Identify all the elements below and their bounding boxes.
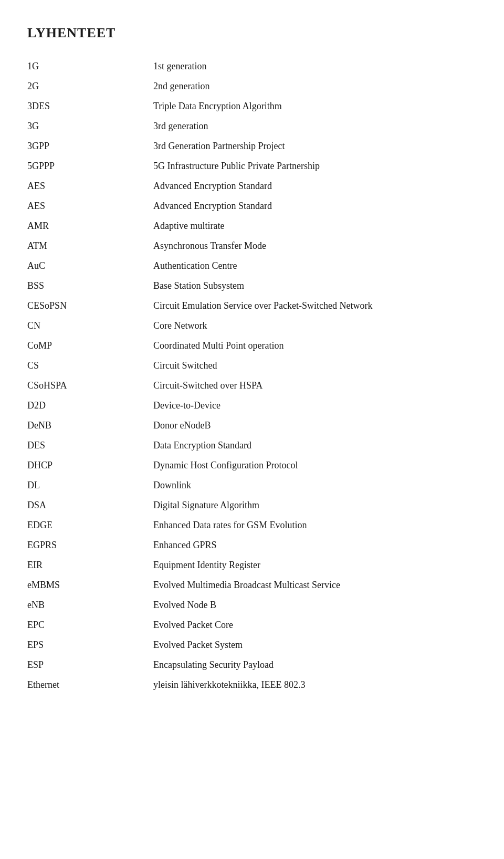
abbreviation-key: Ethernet	[27, 679, 153, 690]
table-row: 3GPP3rd Generation Partnership Project	[27, 140, 477, 160]
abbreviation-value: 2nd generation	[153, 81, 209, 92]
table-row: eNBEvolved Node B	[27, 599, 477, 619]
abbreviation-key: CESoPSN	[27, 300, 153, 311]
abbreviation-value: Coordinated Multi Point operation	[153, 340, 284, 351]
table-row: 1G1st generation	[27, 60, 477, 80]
table-row: ATMAsynchronous Transfer Mode	[27, 239, 477, 259]
abbreviation-value: Enhanced GPRS	[153, 540, 217, 551]
abbreviation-value: Advanced Encryption Standard	[153, 181, 272, 192]
abbreviation-value: Advanced Encryption Standard	[153, 201, 272, 212]
table-row: EPSEvolved Packet System	[27, 638, 477, 658]
table-row: Ethernetyleisin lähiverkkotekniikka, IEE…	[27, 678, 477, 698]
abbreviation-value: Circuit-Switched over HSPA	[153, 380, 262, 391]
abbreviation-value: 3rd Generation Partnership Project	[153, 141, 285, 152]
abbreviation-value: 5G Infrastructure Public Private Partner…	[153, 161, 320, 172]
abbreviation-key: EIR	[27, 560, 153, 571]
table-row: ESPEncapsulating Security Payload	[27, 658, 477, 678]
abbreviation-value: Evolved Packet Core	[153, 620, 233, 631]
abbreviation-key: DeNB	[27, 420, 153, 431]
table-row: AESAdvanced Encryption Standard	[27, 200, 477, 219]
abbreviation-value: Downlink	[153, 480, 191, 491]
abbreviation-key: EDGE	[27, 520, 153, 531]
table-row: DeNBDonor eNodeB	[27, 419, 477, 439]
table-row: CNCore Network	[27, 319, 477, 339]
abbreviation-key: EPC	[27, 620, 153, 631]
table-row: EPCEvolved Packet Core	[27, 619, 477, 638]
table-row: eMBMSEvolved Multimedia Broadcast Multic…	[27, 579, 477, 599]
abbreviation-value: 3rd generation	[153, 121, 208, 132]
abbreviation-key: DES	[27, 440, 153, 451]
table-row: CSoHSPACircuit-Switched over HSPA	[27, 379, 477, 399]
table-row: DHCPDynamic Host Configuration Protocol	[27, 459, 477, 479]
table-row: CoMPCoordinated Multi Point operation	[27, 339, 477, 359]
abbreviation-key: DHCP	[27, 460, 153, 471]
table-row: DSADigital Signature Algorithm	[27, 499, 477, 519]
table-row: 3DESTriple Data Encryption Algorithm	[27, 100, 477, 120]
abbreviation-value: Evolved Packet System	[153, 640, 243, 651]
abbreviation-value: Encapsulating Security Payload	[153, 659, 274, 671]
abbreviation-key: CoMP	[27, 340, 153, 351]
abbreviation-key: ATM	[27, 240, 153, 252]
abbreviation-key: 1G	[27, 61, 153, 72]
table-row: BSSBase Station Subsystem	[27, 279, 477, 299]
abbreviation-key: eNB	[27, 600, 153, 611]
table-row: AuCAuthentication Centre	[27, 259, 477, 279]
abbreviation-key: 3GPP	[27, 141, 153, 152]
abbreviation-key: EPS	[27, 640, 153, 651]
abbreviation-value: 1st generation	[153, 61, 206, 72]
abbreviation-value: Triple Data Encryption Algorithm	[153, 101, 282, 112]
abbreviation-value: Digital Signature Algorithm	[153, 500, 259, 511]
table-row: DLDownlink	[27, 479, 477, 499]
abbreviation-value: Circuit Emulation Service over Packet-Sw…	[153, 300, 372, 311]
abbreviation-key: CSoHSPA	[27, 380, 153, 391]
abbreviation-value: Equipment Identity Register	[153, 560, 260, 571]
abbreviation-value: Evolved Multimedia Broadcast Multicast S…	[153, 580, 340, 591]
abbreviation-value: Core Network	[153, 320, 207, 331]
table-row: CESoPSNCircuit Emulation Service over Pa…	[27, 299, 477, 319]
abbreviation-value: Data Encryption Standard	[153, 440, 251, 451]
abbreviation-key: 3G	[27, 121, 153, 132]
table-row: D2DDevice-to-Device	[27, 399, 477, 419]
abbreviation-value: Adaptive multirate	[153, 221, 224, 232]
table-row: EDGEEnhanced Data rates for GSM Evolutio…	[27, 519, 477, 539]
abbreviation-key: CS	[27, 360, 153, 371]
page-title: LYHENTEET	[27, 25, 477, 41]
abbreviation-value: Donor eNodeB	[153, 420, 211, 431]
table-row: EIREquipment Identity Register	[27, 559, 477, 579]
abbreviation-key: 3DES	[27, 101, 153, 112]
abbreviation-value: Asynchronous Transfer Mode	[153, 240, 266, 252]
abbreviation-value: Dynamic Host Configuration Protocol	[153, 460, 298, 471]
abbreviation-value: yleisin lähiverkkotekniikka, IEEE 802.3	[153, 679, 305, 690]
abbreviation-value: Circuit Switched	[153, 360, 217, 371]
abbreviation-key: ESP	[27, 659, 153, 671]
abbreviation-key: EGPRS	[27, 540, 153, 551]
table-row: 3G3rd generation	[27, 120, 477, 140]
abbreviation-key: AES	[27, 181, 153, 192]
abbreviation-list: 1G1st generation2G2nd generation3DESTrip…	[27, 60, 477, 698]
abbreviation-key: AES	[27, 201, 153, 212]
abbreviation-key: AuC	[27, 260, 153, 271]
table-row: CSCircuit Switched	[27, 359, 477, 379]
abbreviation-key: 5GPPP	[27, 161, 153, 172]
abbreviation-value: Base Station Subsystem	[153, 280, 244, 291]
table-row: DESData Encryption Standard	[27, 439, 477, 459]
table-row: EGPRSEnhanced GPRS	[27, 539, 477, 559]
abbreviation-key: 2G	[27, 81, 153, 92]
table-row: 5GPPP5G Infrastructure Public Private Pa…	[27, 160, 477, 180]
abbreviation-value: Evolved Node B	[153, 600, 216, 611]
abbreviation-key: D2D	[27, 400, 153, 411]
abbreviation-value: Enhanced Data rates for GSM Evolution	[153, 520, 307, 531]
abbreviation-key: BSS	[27, 280, 153, 291]
abbreviation-key: CN	[27, 320, 153, 331]
abbreviation-key: eMBMS	[27, 580, 153, 591]
abbreviation-key: DL	[27, 480, 153, 491]
table-row: 2G2nd generation	[27, 80, 477, 100]
table-row: AMRAdaptive multirate	[27, 219, 477, 239]
table-row: AESAdvanced Encryption Standard	[27, 180, 477, 200]
abbreviation-key: DSA	[27, 500, 153, 511]
abbreviation-key: AMR	[27, 221, 153, 232]
abbreviation-value: Device-to-Device	[153, 400, 220, 411]
abbreviation-value: Authentication Centre	[153, 260, 237, 271]
